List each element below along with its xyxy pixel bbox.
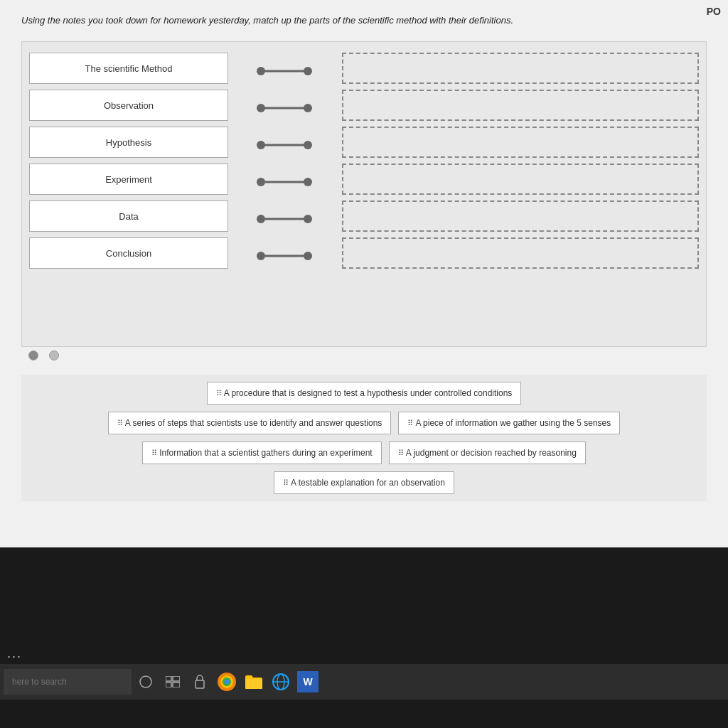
- matching-container: The scientific Method Observation Hypoth…: [21, 41, 707, 347]
- drop-zone-6[interactable]: [342, 237, 699, 269]
- dots-menu[interactable]: ...: [7, 646, 22, 661]
- answer-tile-2[interactable]: A series of steps that scientists use to…: [108, 412, 392, 434]
- ie-icon[interactable]: [268, 669, 294, 695]
- progress-indicators: [21, 347, 707, 364]
- browser-icon[interactable]: [214, 669, 240, 695]
- taskbar-bar: W: [0, 664, 728, 700]
- right-column: [342, 53, 699, 332]
- left-column: The scientific Method Observation Hypoth…: [29, 53, 257, 332]
- content-area: PO Using the notes you took down for hom…: [0, 0, 728, 547]
- drop-zone-4[interactable]: [342, 164, 699, 195]
- instructions: Using the notes you took down for homewo…: [21, 14, 707, 27]
- svg-point-9: [225, 680, 229, 684]
- task-view-icon[interactable]: [160, 669, 186, 695]
- answer-tile-6[interactable]: A testable explanation for an observatio…: [274, 471, 454, 494]
- term-box-1[interactable]: The scientific Method: [29, 53, 228, 84]
- circle-indicator-1: [28, 350, 38, 360]
- taskbar-top: ...: [0, 643, 728, 664]
- drop-zone-5[interactable]: [342, 200, 699, 232]
- circle-indicator-2: [49, 350, 59, 360]
- po-label: PO: [707, 6, 721, 17]
- connector-dot-right-6: [304, 252, 312, 260]
- tiles-row-3: Information that a scientist gathers dur…: [142, 441, 586, 464]
- connector-dot-right-5: [304, 215, 312, 223]
- tiles-row-4: A testable explanation for an observatio…: [274, 471, 454, 494]
- svg-rect-1: [166, 676, 171, 681]
- answer-tile-5[interactable]: A judgment or decision reached by reason…: [389, 441, 586, 464]
- tiles-row-2: A series of steps that scientists use to…: [108, 412, 621, 434]
- drop-zone-2[interactable]: [342, 90, 699, 121]
- term-box-6[interactable]: Conclusion: [29, 237, 228, 269]
- search-circle-icon[interactable]: [133, 669, 159, 695]
- security-icon[interactable]: [187, 669, 213, 695]
- connector-dot-right-1: [304, 67, 312, 75]
- svg-rect-5: [196, 680, 204, 688]
- answer-tile-1[interactable]: A procedure that is designed to test a h…: [207, 382, 522, 405]
- svg-rect-4: [173, 682, 180, 687]
- taskbar: ...: [0, 643, 728, 728]
- svg-rect-2: [173, 676, 180, 681]
- search-input[interactable]: [4, 669, 132, 695]
- connector-dot-right-3: [304, 141, 312, 149]
- term-box-3[interactable]: Hypothesis: [29, 127, 228, 158]
- connector-area: [257, 53, 342, 332]
- answer-tiles-area: A procedure that is designed to test a h…: [21, 375, 707, 501]
- term-box-5[interactable]: Data: [29, 200, 228, 232]
- term-box-2[interactable]: Observation: [29, 90, 228, 121]
- svg-rect-3: [166, 682, 171, 687]
- svg-point-0: [140, 676, 151, 687]
- tiles-row-1: A procedure that is designed to test a h…: [207, 382, 522, 405]
- svg-rect-10: [245, 679, 262, 689]
- answer-tile-3[interactable]: A piece of information we gather using t…: [398, 412, 620, 434]
- connector-dot-right-2: [304, 104, 312, 112]
- drop-zone-1[interactable]: [342, 53, 699, 84]
- folder-icon[interactable]: [241, 669, 267, 695]
- drop-zone-3[interactable]: [342, 127, 699, 158]
- term-box-4[interactable]: Experiment: [29, 164, 228, 195]
- answer-tile-4[interactable]: Information that a scientist gathers dur…: [142, 441, 382, 464]
- word-icon[interactable]: W: [295, 669, 321, 695]
- connector-dot-right-4: [304, 178, 312, 186]
